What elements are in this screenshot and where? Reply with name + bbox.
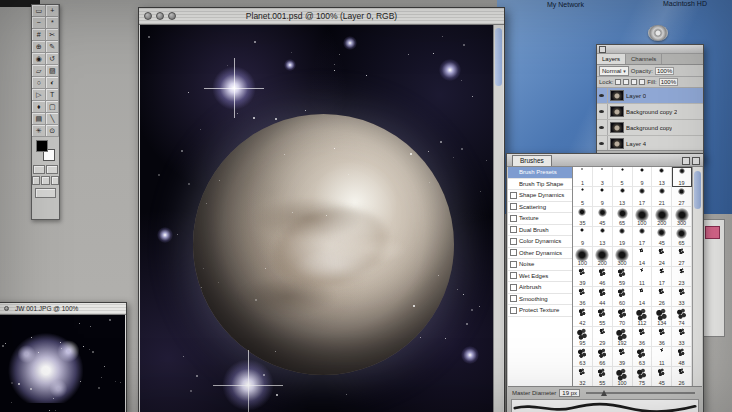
brush-option-airbrush[interactable]: Airbrush	[508, 282, 572, 294]
brush-preset[interactable]: 26	[672, 367, 692, 386]
brush-preset[interactable]: 300	[613, 247, 633, 267]
brush-preset[interactable]: 29	[593, 327, 613, 347]
standard-mode-button[interactable]	[33, 165, 45, 174]
brush-preset[interactable]: 60	[613, 287, 633, 307]
rectangular-marquee-tool[interactable]: ▭	[32, 5, 46, 17]
clone-stamp-tool[interactable]: ◉	[32, 53, 46, 65]
foreground-color-swatch[interactable]	[36, 140, 48, 152]
move-tool[interactable]: +	[46, 5, 60, 17]
brush-preset[interactable]: 192	[613, 327, 633, 347]
brush-preset[interactable]: 59	[613, 267, 633, 287]
visibility-eye-icon[interactable]	[597, 88, 608, 103]
brush-preset[interactable]: 45	[652, 367, 672, 386]
brush-preset[interactable]: 32	[573, 367, 593, 386]
dodge-tool[interactable]: ◐	[46, 77, 60, 89]
zoom-tool[interactable]: ⊙	[46, 125, 60, 137]
eraser-tool[interactable]: ▱	[32, 65, 46, 77]
brush-preset[interactable]: 45	[652, 227, 672, 247]
brush-preset[interactable]: 95	[573, 327, 593, 347]
brush-tool[interactable]: ✎	[46, 41, 60, 53]
brush-option-brush-tip-shape[interactable]: Brush Tip Shape	[508, 179, 572, 191]
brush-option-wet-edges[interactable]: Wet Edges	[508, 271, 572, 283]
fullscreen-menubar-button[interactable]	[41, 176, 49, 185]
brush-preset[interactable]: 100	[613, 367, 633, 386]
brush-option-protect-texture[interactable]: Protect Texture	[508, 305, 572, 317]
layers-tab-layers[interactable]: Layers	[597, 54, 626, 64]
lock-transparency-checkbox[interactable]	[615, 79, 621, 85]
brush-preset[interactable]: 27	[672, 247, 692, 267]
brush-preset[interactable]: 100	[633, 207, 653, 227]
brush-preset[interactable]: 14	[633, 287, 653, 307]
brush-preset[interactable]: 5	[573, 187, 593, 207]
brush-preset[interactable]: 9	[593, 187, 613, 207]
brush-preset[interactable]: 11	[633, 267, 653, 287]
palette-close-box[interactable]	[599, 46, 606, 53]
layers-palette-titlebar[interactable]	[597, 45, 703, 54]
master-diameter-slider[interactable]	[586, 392, 695, 394]
brushes-tab[interactable]: Brushes	[512, 155, 552, 166]
checkbox[interactable]	[510, 203, 517, 210]
brush-option-dual-brush[interactable]: Dual Brush	[508, 225, 572, 237]
layer-row[interactable]: Layer 0	[597, 88, 703, 104]
brush-preset[interactable]: 134	[652, 307, 672, 327]
brush-preset[interactable]: 33	[672, 327, 692, 347]
desktop-icon-label[interactable]: My Network	[547, 1, 584, 8]
brush-preset[interactable]: 48	[672, 347, 692, 367]
brush-preset[interactable]: 46	[593, 267, 613, 287]
jump-to-imageready-button[interactable]	[35, 188, 56, 198]
gradient-tool[interactable]: ▨	[46, 65, 60, 77]
brush-preset[interactable]: 13	[593, 227, 613, 247]
brush-preset[interactable]: 65	[672, 227, 692, 247]
slice-tool[interactable]: ✂	[46, 29, 60, 41]
shape-tool[interactable]: ▢	[46, 101, 60, 113]
visibility-eye-icon[interactable]	[597, 104, 608, 119]
brush-preset[interactable]: 63	[573, 347, 593, 367]
type-tool[interactable]: T	[46, 89, 60, 101]
visibility-eye-icon[interactable]	[597, 136, 608, 150]
brush-preset[interactable]: 27	[672, 187, 692, 207]
crop-tool[interactable]: #	[32, 29, 46, 41]
brush-preset[interactable]: 39	[613, 347, 633, 367]
notes-tool[interactable]: ▤	[32, 113, 46, 125]
visibility-eye-icon[interactable]	[597, 120, 608, 135]
brush-preset[interactable]: 36	[633, 327, 653, 347]
brush-option-texture[interactable]: Texture	[508, 213, 572, 225]
lock-image-checkbox[interactable]	[623, 79, 629, 85]
checkbox[interactable]	[510, 226, 517, 233]
layers-tab-channels[interactable]: Channels	[626, 54, 662, 64]
brush-preset[interactable]: 36	[652, 327, 672, 347]
scrollbar-thumb[interactable]	[694, 171, 701, 209]
starfield-image[interactable]	[0, 315, 125, 412]
magic-wand-tool[interactable]: *	[46, 17, 60, 29]
brush-option-noise[interactable]: Noise	[508, 259, 572, 271]
brush-preset[interactable]: 39	[573, 267, 593, 287]
hand-tool[interactable]: ✳	[32, 125, 46, 137]
brush-preset[interactable]: 100	[573, 247, 593, 267]
secondary-titlebar[interactable]: JW 001.JPG @ 100%	[0, 303, 126, 315]
brush-preset[interactable]: 13	[652, 167, 672, 187]
brush-preset[interactable]: 44	[593, 287, 613, 307]
scrollbar-thumb[interactable]	[495, 28, 502, 86]
checkbox[interactable]	[510, 192, 517, 199]
brush-preset[interactable]: 23	[672, 267, 692, 287]
brush-preset[interactable]: 33	[672, 287, 692, 307]
path-selection-tool[interactable]: ▷	[32, 89, 46, 101]
brush-preset[interactable]: 1	[573, 167, 593, 187]
brush-preset[interactable]: 70	[613, 307, 633, 327]
brush-preset[interactable]: 112	[633, 307, 653, 327]
brush-option-shape-dynamics[interactable]: Shape Dynamics	[508, 190, 572, 202]
brush-preset[interactable]: 42	[573, 307, 593, 327]
brush-option-scattering[interactable]: Scattering	[508, 202, 572, 214]
blend-mode-select[interactable]: Normal ▾	[599, 66, 629, 76]
brush-preset[interactable]: 55	[593, 307, 613, 327]
brush-preset[interactable]: 45	[593, 207, 613, 227]
brush-option-smoothing[interactable]: Smoothing	[508, 294, 572, 306]
brush-preset[interactable]: 14	[633, 247, 653, 267]
brushes-scrollbar[interactable]	[692, 167, 702, 386]
brush-option-other-dynamics[interactable]: Other Dynamics	[508, 248, 572, 260]
lasso-tool[interactable]: ~	[32, 17, 46, 29]
history-brush-tool[interactable]: ↺	[46, 53, 60, 65]
fullscreen-button[interactable]	[51, 176, 59, 185]
eyedropper-tool[interactable]: ╲	[46, 113, 60, 125]
brush-preset[interactable]: 300	[672, 207, 692, 227]
